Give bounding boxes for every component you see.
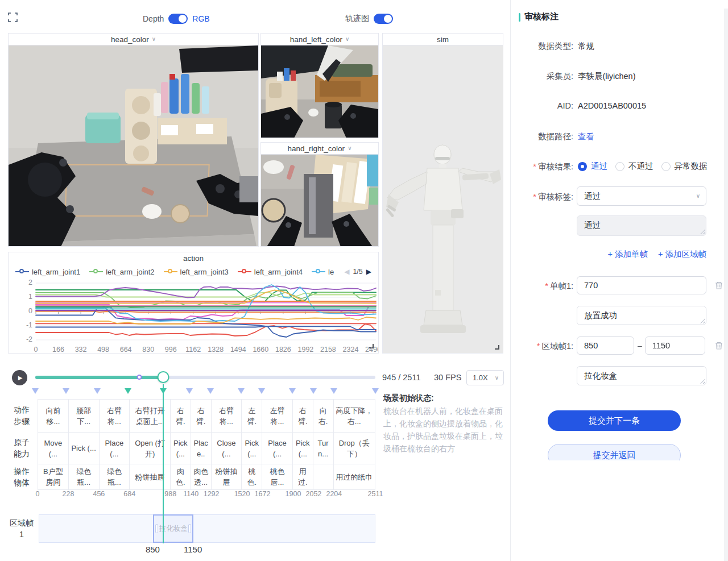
x-tick-label: 1328 <box>208 346 224 354</box>
step-cell[interactable]: Pick (... <box>69 433 100 464</box>
step-marker-triangle[interactable] <box>289 388 296 394</box>
step-marker-triangle[interactable] <box>186 388 193 394</box>
hand-right-color-header[interactable]: hand_right_color ∨ <box>261 143 378 155</box>
y-tick-label: 0 <box>15 307 32 315</box>
step-cell[interactable]: Turn... <box>313 433 334 464</box>
scrollbar[interactable] <box>724 9 728 561</box>
segment-left-handle[interactable] <box>155 524 158 533</box>
action-chart-title: action <box>183 254 204 263</box>
step-marker-triangle[interactable] <box>372 388 379 394</box>
step-cell[interactable]: 左臂将... <box>262 400 293 432</box>
step-cell[interactable]: 右臂. <box>191 400 212 432</box>
step-cell[interactable] <box>313 464 334 489</box>
delete-icon[interactable] <box>714 281 723 290</box>
step-cell[interactable]: Place (... <box>100 433 130 464</box>
review-tag-note-textarea[interactable]: 通过 <box>577 215 706 236</box>
step-cell[interactable]: Close (... <box>212 433 242 464</box>
step-cell[interactable]: Place (... <box>262 433 293 464</box>
timeline-slider[interactable] <box>35 376 375 379</box>
step-marker-triangle[interactable] <box>310 388 317 394</box>
legend-item-le[interactable]: le <box>312 268 334 276</box>
add-single-frame-link[interactable]: + 添加单帧 <box>608 249 648 260</box>
add-region-frame-link[interactable]: + 添加区域帧 <box>658 249 706 260</box>
step-cell[interactable]: Place.. <box>191 433 212 464</box>
step-cell[interactable]: 左臂. <box>242 400 262 432</box>
play-button[interactable]: ▶ <box>12 370 27 385</box>
step-cell[interactable]: 粉饼抽屉 <box>130 464 171 489</box>
trajectory-toggle-row: 轨迹图 <box>345 14 393 24</box>
legend-item-left_arm_joint2[interactable]: left_arm_joint2 <box>89 268 154 276</box>
step-cell[interactable]: Pick (... <box>242 433 262 464</box>
step-marker-triangle[interactable] <box>330 388 337 394</box>
step-marker-triangle[interactable] <box>125 388 131 394</box>
step-marker-triangle[interactable] <box>32 388 39 394</box>
timeline-thumb[interactable] <box>158 371 169 383</box>
radio-option-通过[interactable]: 通过 <box>578 161 607 172</box>
step-cell[interactable]: B户型房间 <box>38 464 69 489</box>
region-frame-note-textarea[interactable]: 拉化妆盒 <box>577 366 706 385</box>
step-cell[interactable]: 绿色瓶... <box>69 464 100 489</box>
legend-item-left_arm_joint4[interactable]: left_arm_joint4 <box>238 268 303 276</box>
legend-label: left_arm_joint2 <box>106 268 154 276</box>
step-cell[interactable]: 腰部下... <box>69 400 100 432</box>
step-cell[interactable]: Move (... <box>38 433 69 464</box>
submit-back-button[interactable]: 提交并返回 <box>548 444 681 460</box>
step-cell[interactable]: 向右. <box>313 400 334 432</box>
step-cell[interactable]: Pick (... <box>171 433 191 464</box>
radio-option-不通过[interactable]: 不通过 <box>615 161 653 172</box>
review-tag-select[interactable]: 通过 ∨ <box>577 186 706 206</box>
depth-rgb-switch[interactable] <box>168 14 188 24</box>
speed-select[interactable]: 1.0X ∨ <box>466 370 504 385</box>
step-cell[interactable]: 右臂. <box>293 400 313 432</box>
step-cell[interactable]: 桃色唇... <box>262 464 293 489</box>
region-frame-segment[interactable]: 拉化妆盒 <box>153 514 193 543</box>
step-cell[interactable]: 肉色. <box>171 464 191 489</box>
legend-item-left_arm_joint1[interactable]: left_arm_joint1 <box>15 268 80 276</box>
region-frame-bar[interactable]: 拉化妆盒 <box>39 514 375 543</box>
step-cell[interactable]: 粉饼抽屉 <box>212 464 242 489</box>
panel-resize-handle[interactable] <box>495 345 499 350</box>
step-marker-triangle[interactable] <box>63 388 69 394</box>
prev-page-icon[interactable]: ◀ <box>344 268 349 276</box>
step-cell[interactable]: 右臂. <box>171 400 191 432</box>
step-cell[interactable]: 右臂将... <box>212 400 242 432</box>
frame-axis-label: 2511 <box>368 490 383 498</box>
field-label-aid: AID: <box>512 101 573 110</box>
step-cell[interactable]: 绿色瓶... <box>100 464 130 489</box>
step-cell[interactable]: Open (打开) <box>130 433 171 464</box>
depth-rgb-toggle-row: Depth RGB <box>143 14 210 24</box>
step-cell[interactable]: 高度下降，右... <box>334 400 375 432</box>
next-page-icon[interactable]: ▶ <box>366 268 371 276</box>
step-marker-triangle[interactable] <box>258 388 265 394</box>
segment-right-handle[interactable] <box>188 524 191 533</box>
head-color-header[interactable]: head_color ∨ <box>9 34 258 45</box>
radio-option-异常数据[interactable]: 异常数据 <box>661 161 708 172</box>
step-cell[interactable]: Pick (... <box>293 433 313 464</box>
trajectory-switch[interactable] <box>374 14 393 24</box>
submit-next-button[interactable]: 提交并下一条 <box>548 410 681 431</box>
step-cell[interactable]: 桃色. <box>242 464 262 489</box>
step-cell[interactable]: 向前移... <box>38 400 69 432</box>
sim-viewport[interactable] <box>383 45 503 353</box>
region-start-input[interactable] <box>577 336 634 355</box>
step-cell[interactable]: 肉色透... <box>191 464 212 489</box>
step-cell[interactable]: Drop（丢下） <box>334 433 375 464</box>
step-marker-triangle[interactable] <box>207 388 214 394</box>
step-cell[interactable]: 右臂打开桌面上... <box>130 400 171 432</box>
single-frame-input[interactable] <box>577 276 706 294</box>
step-cell[interactable]: 右臂将... <box>100 400 130 432</box>
sim-header[interactable]: sim <box>383 34 503 45</box>
step-cell[interactable]: 用过. <box>293 464 313 489</box>
delete-icon[interactable] <box>714 341 723 350</box>
region-end-input[interactable] <box>645 336 705 355</box>
x-tick-label: 2324 <box>343 346 359 354</box>
data-path-view-link[interactable]: 查看 <box>578 131 594 142</box>
single-frame-marker-dot[interactable] <box>137 375 142 380</box>
step-cell[interactable]: 用过的纸巾 <box>334 464 375 489</box>
legend-item-left_arm_joint3[interactable]: left_arm_joint3 <box>164 268 229 276</box>
fullscreen-icon[interactable] <box>8 13 18 22</box>
hand-left-color-header[interactable]: hand_left_color ∨ <box>261 34 378 45</box>
single-frame-note-textarea[interactable]: 放置成功 <box>577 306 706 325</box>
step-marker-triangle[interactable] <box>238 388 245 394</box>
step-marker-triangle[interactable] <box>94 388 101 394</box>
